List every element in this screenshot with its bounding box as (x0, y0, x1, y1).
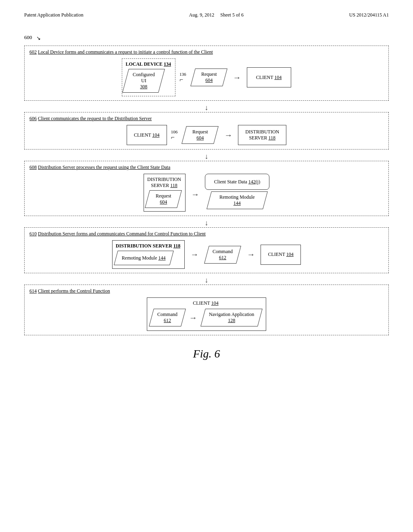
header-date-sheet: Aug. 9, 2012 Sheet 5 of 6 (189, 12, 244, 18)
header-patent-num: US 2012/204115 A1 (349, 12, 389, 18)
dist-server-sec2: DISTRIBUTION SERVER 118 (238, 125, 286, 145)
section-606-num: 606 (29, 116, 37, 121)
request-shape-sec1: Request 604 (190, 69, 227, 86)
section-608-text: Distribution Server processes the reques… (38, 164, 170, 170)
section-610-label: 610 Distribution Server forms and commun… (29, 231, 384, 237)
section-614: 614 Client performs the Control Function… (24, 285, 389, 335)
arrow-right-sec2: → (224, 131, 232, 140)
section-602-text: Local Device forms and communicates a re… (38, 49, 213, 55)
brace-curve-106: ⌐ (171, 134, 175, 141)
remoting-module-608: Remoting Module 144 (206, 191, 268, 209)
remoting-module-610: Remoting Module 144 (114, 251, 173, 265)
diagram-root: 600 ↘ (24, 34, 389, 42)
header-publication: Patent Application Publication (24, 12, 83, 18)
header-date: Aug. 9, 2012 (189, 12, 215, 18)
local-device-title: LOCAL DEVICE 134 (125, 61, 171, 67)
client-614-title: CLIENT 104 (151, 300, 260, 306)
command-shape-sec4: Command 612 (204, 246, 241, 264)
dist-server-610-title: DISTRIBUTION SERVER 118 (116, 243, 180, 249)
diagram-600-arrow: ↘ (36, 35, 41, 42)
section-610-num: 610 (29, 231, 37, 237)
section-608-label: 608 Distribution Server processes the re… (29, 164, 384, 170)
client-outer-614: CLIENT 104 Command 612 → (147, 297, 266, 331)
arrow-down-1: ↓ (24, 103, 389, 112)
command-612-sec4: Command 612 (206, 246, 239, 264)
section-602-content: LOCAL DEVICE 134 Configured UI 308 136 ⌐ (29, 58, 384, 96)
section-610-content: DISTRIBUTION SERVER 118 Remoting Module … (29, 240, 384, 269)
brace-106: 106 ⌐ (171, 129, 178, 141)
section-606-text: Client communicates the request to the D… (38, 116, 152, 121)
brace-136: 136 ⌐ (179, 72, 186, 83)
right-column-608: Client State Data 142(j) Remoting Module… (205, 174, 269, 209)
section-608-num: 608 (29, 164, 37, 170)
arrow-right-sec4b: → (247, 250, 255, 259)
header-sheet: Sheet 5 of 6 (220, 12, 244, 18)
local-device-outer: LOCAL DEVICE 134 Configured UI 308 (122, 58, 175, 96)
section-610: 610 Distribution Server forms and commun… (24, 227, 389, 273)
request-shape-sec2: Request 604 (181, 126, 219, 144)
page: Patent Application Publication Aug. 9, 2… (0, 0, 413, 532)
client-104-sec1: CLIENT 104 (247, 67, 291, 87)
configured-ui-label: Configured UI 308 (133, 72, 155, 90)
arrow-right-sec5: → (189, 313, 197, 322)
dist-server-outer-608: DISTRIBUTION SERVER 118 Request 604 (144, 174, 186, 212)
arrow-down-4: ↓ (24, 276, 389, 285)
arrow-right-sec4: → (190, 250, 198, 259)
command-612-sec5: Command 612 (149, 309, 186, 326)
request-604-sec1: Request 604 (193, 69, 225, 86)
client-104-sec4: CLIENT 104 (261, 245, 301, 265)
section-606: 606 Client communicates the request to t… (24, 112, 389, 150)
page-header: Patent Application Publication Aug. 9, 2… (24, 12, 389, 18)
section-608: 608 Distribution Server processes the re… (24, 161, 389, 216)
arrow-down-2: ↓ (24, 152, 389, 161)
arrow-right-sec1: → (233, 73, 241, 82)
section-606-label: 606 Client communicates the request to t… (29, 116, 384, 122)
client-104-sec2: CLIENT 104 (127, 125, 167, 145)
client-state-data-608: Client State Data 142(j) (205, 174, 269, 190)
dist-server-608-title: DISTRIBUTION SERVER 118 (147, 177, 181, 189)
section-602-num: 602 (29, 49, 37, 55)
section-602: 602 Local Device forms and communicates … (24, 46, 389, 101)
fig-caption: Fig. 6 (24, 347, 389, 360)
diagram-600-label: 600 (24, 34, 32, 41)
request-604-sec2: Request 604 (184, 126, 216, 144)
request-shape-sec3-inner: Request 604 (145, 190, 182, 208)
brace-curve: ⌐ (179, 77, 183, 83)
section-606-content: CLIENT 104 106 ⌐ Request 604 → (29, 125, 384, 145)
nav-app-614: Navigation Application 128 (200, 309, 263, 326)
section-610-text: Distribution Server forms and communicat… (38, 231, 206, 237)
arrow-down-3: ↓ (24, 218, 389, 227)
section-614-label: 614 Client performs the Control Function (29, 288, 384, 294)
configured-ui-shape: Configured UI 308 (123, 69, 165, 93)
arrow-right-sec3: → (191, 190, 199, 199)
section-602-label: 602 Local Device forms and communicates … (29, 49, 384, 55)
section-608-content: DISTRIBUTION SERVER 118 Request 604 → (29, 174, 384, 212)
dist-server-outer-610: DISTRIBUTION SERVER 118 Remoting Module … (112, 240, 185, 269)
client-614-inner: Command 612 → Navigation Application 128 (151, 309, 260, 326)
section-614-content: CLIENT 104 Command 612 → (29, 297, 384, 331)
section-614-text: Client performs the Control Function (38, 288, 110, 294)
section-614-num: 614 (29, 288, 37, 294)
